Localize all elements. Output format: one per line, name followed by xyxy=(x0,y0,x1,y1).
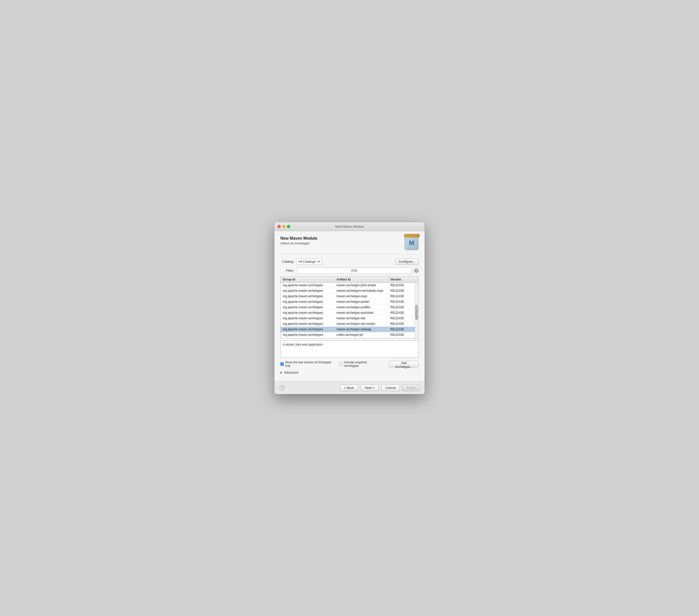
add-archetype-button[interactable]: Add Archetype... xyxy=(389,361,419,367)
catalog-select-wrapper: All Catalogs Internal Local Remote xyxy=(296,259,393,265)
include-snapshot-checkbox[interactable] xyxy=(340,362,343,366)
maximize-button[interactable] xyxy=(287,225,290,228)
cell-version: RELEASE xyxy=(388,288,418,293)
next-button[interactable]: Next > xyxy=(361,385,379,391)
table-body[interactable]: org.apache.maven.archetypes maven-archet… xyxy=(281,283,418,338)
wizard-title: New Maven Module xyxy=(280,236,317,241)
advanced-section[interactable]: ▶ Advanced xyxy=(280,371,419,375)
cell-artifact: maven-archetype-webapp xyxy=(334,327,388,332)
cell-version: RELEASE xyxy=(388,305,418,310)
header-section: New Maven Module Select an Archetype M xyxy=(280,236,419,254)
catalog-select[interactable]: All Catalogs Internal Local Remote xyxy=(296,259,322,265)
maven-icon: M xyxy=(405,236,419,250)
title-bar: New Maven Module xyxy=(274,222,425,231)
cell-artifact: maven-archetype-quickstart xyxy=(334,310,388,315)
window: New Maven Module New Maven Module Select… xyxy=(274,222,425,394)
cancel-button[interactable]: Cancel xyxy=(381,385,400,391)
cell-artifact: maven-archetype-site xyxy=(334,316,388,321)
table-row[interactable]: org.apache.maven.archetypes maven-archet… xyxy=(281,299,418,305)
cell-artifact: softeu-archetype-jsf xyxy=(334,332,388,338)
description-box: A simple Java web application xyxy=(280,341,419,357)
scrollbar[interactable] xyxy=(415,283,418,338)
cell-artifact: maven-archetype-profiles xyxy=(334,305,388,310)
cell-group: org.apache.maven.archetypes xyxy=(281,332,334,338)
close-button[interactable] xyxy=(277,225,281,228)
cell-artifact: maven-archetype-mojo xyxy=(334,294,388,299)
configure-button[interactable]: Configure... xyxy=(395,259,419,265)
include-snapshot-group: Include snapshot archetypes xyxy=(340,361,381,368)
cell-version: RELEASE xyxy=(388,332,418,338)
show-last-version-group: Show the last version of Archetype only xyxy=(280,361,335,368)
maven-icon-lid xyxy=(404,234,420,237)
table-row[interactable]: org.apache.maven.archetypes maven-archet… xyxy=(281,316,418,321)
cell-artifact: maven-archetype-marmalade-mojo xyxy=(334,288,388,293)
cell-group: org.apache.maven.archetypes xyxy=(281,299,334,304)
include-snapshot-label[interactable]: Include snapshot archetypes xyxy=(344,361,381,368)
table-row[interactable]: org.apache.maven.archetypes softeu-arche… xyxy=(281,332,418,338)
cell-group: org.apache.maven.archetypes xyxy=(281,294,334,299)
options-row: Show the last version of Archetype only … xyxy=(280,361,419,368)
col-version: Version xyxy=(388,277,418,283)
catalog-row: Catalog: All Catalogs Internal Local Rem… xyxy=(280,259,419,265)
cell-artifact: maven-archetype-portlet xyxy=(334,299,388,304)
cell-group: org.apache.maven.archetypes xyxy=(281,321,334,327)
cell-group: org.apache.maven.archetypes xyxy=(281,327,334,332)
cell-group: org.apache.maven.archetypes xyxy=(281,310,334,315)
wizard-subtitle: Select an Archetype xyxy=(280,241,317,245)
cell-version: RELEASE xyxy=(388,299,418,304)
clear-filter-button[interactable]: ✕ xyxy=(414,268,419,273)
filter-label: Filter: xyxy=(280,269,294,273)
filter-input[interactable] xyxy=(296,267,412,274)
table-row[interactable]: org.apache.maven.archetypes maven-archet… xyxy=(281,327,418,332)
scrollbar-thumb xyxy=(416,305,418,320)
table-row[interactable]: org.apache.maven.archetypes maven-archet… xyxy=(281,321,418,327)
bottom-bar: ? < Back Next > Cancel Finish xyxy=(274,381,425,394)
col-artifact-id: Artifact Id xyxy=(334,277,388,283)
cell-artifact: maven-archetype-site-simple xyxy=(334,321,388,327)
table-row[interactable]: org.apache.maven.archetypes maven-archet… xyxy=(281,310,418,316)
cell-version: RELEASE xyxy=(388,321,418,327)
show-last-version-label[interactable]: Show the last version of Archetype only xyxy=(285,361,335,368)
table-row[interactable]: org.apache.maven.archetypes maven-archet… xyxy=(281,294,418,299)
table-header: Group Id Artifact Id Version xyxy=(281,277,418,283)
cell-group: org.apache.maven.archetypes xyxy=(281,283,334,288)
cell-version: RELEASE xyxy=(388,327,418,332)
header-titles: New Maven Module Select an Archetype xyxy=(280,236,317,245)
maven-icon-letter: M xyxy=(409,239,414,247)
cell-version: RELEASE xyxy=(388,316,418,321)
archetype-table: Group Id Artifact Id Version org.apache.… xyxy=(280,276,419,339)
catalog-label: Catalog: xyxy=(280,260,294,263)
cell-version: RELEASE xyxy=(388,310,418,315)
minimize-button[interactable] xyxy=(282,225,286,228)
help-button[interactable]: ? xyxy=(279,385,285,391)
advanced-label: Advanced xyxy=(284,371,299,375)
advanced-arrow-icon: ▶ xyxy=(280,371,282,374)
table-row[interactable]: org.apache.maven.archetypes maven-archet… xyxy=(281,283,418,288)
table-row[interactable]: org.apache.maven.archetypes maven-archet… xyxy=(281,288,418,294)
table-row[interactable]: org.apache.maven.archetypes maven-archet… xyxy=(281,305,418,310)
cell-artifact: maven-archetype-j2ee-simple xyxy=(334,283,388,288)
main-content: New Maven Module Select an Archetype M C… xyxy=(274,231,425,381)
back-button[interactable]: < Back xyxy=(340,385,358,391)
finish-button[interactable]: Finish xyxy=(402,385,420,391)
filter-row: Filter: ✕ xyxy=(280,267,419,274)
show-last-version-checkbox[interactable] xyxy=(280,362,283,366)
cell-group: org.apache.maven.archetypes xyxy=(281,316,334,321)
cell-version: RELEASE xyxy=(388,294,418,299)
cell-version: RELEASE xyxy=(388,283,418,288)
cell-group: org.apache.maven.archetypes xyxy=(281,288,334,293)
col-group-id: Group Id xyxy=(281,277,334,283)
traffic-lights xyxy=(277,225,290,228)
cell-group: org.apache.maven.archetypes xyxy=(281,305,334,310)
window-title: New Maven Module xyxy=(335,225,364,228)
